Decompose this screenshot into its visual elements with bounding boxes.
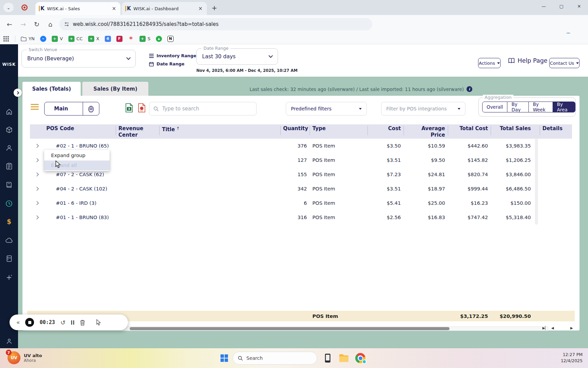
col-header-details[interactable]: Details	[540, 124, 572, 139]
browser-tab-0[interactable]: KWISK.ai - Sales×	[35, 2, 120, 15]
expand-chevron-icon[interactable]	[30, 144, 44, 147]
tab-close-icon[interactable]: ×	[197, 5, 203, 12]
back-icon[interactable]: ←	[3, 20, 16, 28]
bookmark-CC[interactable]: +CC	[68, 36, 83, 42]
expand-chevron-icon[interactable]	[30, 159, 44, 162]
bookmark-forms[interactable]: F	[116, 36, 122, 42]
scroll-right-icon[interactable]: ▶	[570, 326, 573, 330]
col-header-quantity[interactable]: Quantity	[280, 124, 310, 139]
bookmark-X[interactable]: +X	[88, 36, 99, 42]
columns-menu-icon[interactable]	[31, 104, 39, 110]
bookmark-V[interactable]: +V	[52, 36, 63, 42]
stop-recording-button[interactable]	[25, 318, 34, 327]
aggregation-by-week[interactable]: By Week	[529, 102, 553, 112]
bookmark-notion[interactable]: N	[167, 36, 174, 42]
collapse-recorder-icon[interactable]: «	[16, 319, 20, 326]
context-menu-item-expand-group[interactable]: Expand group	[44, 151, 110, 160]
horizontal-scrollbar-thumb[interactable]	[130, 327, 450, 330]
tab-close-icon[interactable]: ×	[111, 5, 117, 12]
sidebar-item-staff[interactable]	[0, 144, 18, 152]
col-header-cost[interactable]: Cost	[368, 124, 404, 139]
bookmark-asterisk[interactable]: *	[128, 36, 134, 42]
reload-icon[interactable]: ↻	[30, 20, 44, 28]
start-button[interactable]	[220, 354, 228, 362]
browser-tab-1[interactable]: KWISK.ai - Dashboard×	[122, 2, 207, 15]
contact-us-button[interactable]: Contact Us	[549, 58, 579, 68]
taskbar-user-widget[interactable]: UV 7 UV alto Ahora	[7, 351, 42, 364]
col-header-type[interactable]: Type	[310, 124, 368, 139]
taskbar-clock[interactable]: 12:27 PM 12/4/2025	[561, 352, 583, 364]
table-search-box[interactable]	[149, 102, 257, 116]
taskbar-search[interactable]: Search	[233, 352, 317, 365]
sidebar-item-cloud[interactable]	[0, 236, 18, 244]
sidebar-expand-button[interactable]	[14, 89, 22, 97]
forward-icon[interactable]: →	[16, 20, 30, 28]
col-header-total-sales[interactable]: Total Sales	[491, 124, 534, 139]
aggregation-by-day[interactable]: By Day	[507, 102, 529, 112]
pause-recording-icon[interactable]	[71, 320, 74, 325]
bookmark-S[interactable]: +S	[140, 36, 150, 42]
taskbar-device-icon[interactable]	[322, 352, 333, 364]
col-header-average-price[interactable]: Average Price	[404, 124, 448, 139]
predefined-filters-dropdown[interactable]: Predefined filters	[286, 102, 367, 116]
switch-venue-label: Switch Venue	[27, 47, 59, 52]
bookmark-drive[interactable]: ▲	[156, 36, 162, 42]
switch-venue-select[interactable]: Switch Venue Bruno (Beverage)	[21, 50, 136, 67]
context-menu-item-expand-all[interactable]: Expand all	[44, 160, 110, 170]
search-input[interactable]	[162, 106, 252, 112]
home-icon[interactable]: ⌂	[44, 20, 57, 28]
close-button[interactable]: ✕	[570, 0, 588, 12]
export-excel-icon[interactable]: X	[125, 103, 133, 112]
cursor-tool-icon[interactable]	[96, 319, 102, 326]
help-page-link[interactable]: Help Page	[508, 57, 548, 64]
sidebar-item-home[interactable]	[0, 108, 18, 116]
address-bar[interactable]: web.wisk.cool/7883162116284935/sales?tab…	[59, 18, 372, 30]
maximize-button[interactable]: ▢	[553, 0, 570, 12]
sidebar-item-add[interactable]	[0, 273, 18, 281]
view-name-button[interactable]: Main	[45, 102, 83, 115]
sidebar-item-sales[interactable]: $	[0, 217, 18, 226]
restart-recording-icon[interactable]: ↺	[61, 319, 66, 326]
col-header-title[interactable]: Title ↑	[159, 124, 280, 139]
bookmark-YN[interactable]: YN	[21, 36, 35, 41]
tab-search-icon[interactable]: ⌄	[3, 3, 14, 12]
expand-chevron-icon[interactable]	[30, 187, 44, 190]
sidebar-item-history[interactable]	[0, 199, 18, 208]
date-range-link[interactable]: Date Range	[149, 61, 196, 66]
scroll-end-icon[interactable]: ▶▏	[542, 326, 548, 330]
sidebar-item-invoices[interactable]	[0, 181, 18, 189]
apps-grid-icon[interactable]	[3, 36, 9, 42]
vertical-scrollbar[interactable]	[535, 139, 538, 225]
scroll-left-icon[interactable]: ◀	[551, 326, 554, 330]
col-header-pos-code[interactable]: POS Code	[44, 124, 116, 139]
chrome-icon[interactable]	[355, 352, 366, 364]
file-explorer-icon[interactable]	[338, 352, 350, 364]
inventory-range-link[interactable]: Inventory Range	[149, 53, 196, 58]
sidebar-item-items[interactable]	[0, 126, 18, 134]
col-header-revenue-center[interactable]: Revenue Center	[116, 124, 159, 139]
pos-integrations-filter-dropdown[interactable]: Filter by POS integrations	[381, 102, 466, 116]
actions-button[interactable]: Actions	[478, 58, 501, 68]
delete-recording-icon[interactable]	[80, 319, 85, 326]
date-range-select[interactable]: Date Range Last 30 days	[196, 48, 278, 65]
notification-badge: 7	[6, 350, 12, 355]
expand-chevron-icon[interactable]	[30, 202, 44, 204]
expand-chevron-icon[interactable]	[30, 216, 44, 219]
site-info-icon[interactable]	[64, 21, 69, 27]
expand-chevron-icon[interactable]	[30, 173, 44, 176]
aggregation-by-area[interactable]: By Area	[553, 102, 575, 112]
sidebar-item-orders[interactable]	[0, 162, 18, 170]
info-icon[interactable]: i	[467, 86, 472, 92]
col-header-total-cost[interactable]: Total Cost	[448, 124, 491, 139]
bookmark-messenger[interactable]: ⌁	[40, 36, 46, 42]
view-settings-button[interactable]	[83, 102, 99, 115]
export-pdf-icon[interactable]: PDF	[138, 103, 146, 112]
tab-sales-by-item[interactable]: Sales (By Item)	[82, 82, 148, 96]
sidebar-item-account[interactable]	[0, 337, 18, 346]
bookmark-docs4[interactable]: 4	[105, 36, 111, 42]
new-tab-button[interactable]: +	[212, 4, 217, 12]
sidebar-item-stock[interactable]	[0, 255, 18, 263]
tab-sales-totals[interactable]: Sales (Totals)	[22, 82, 81, 96]
minimize-button[interactable]: —	[535, 0, 553, 12]
aggregation-overall[interactable]: Overall	[482, 102, 507, 112]
